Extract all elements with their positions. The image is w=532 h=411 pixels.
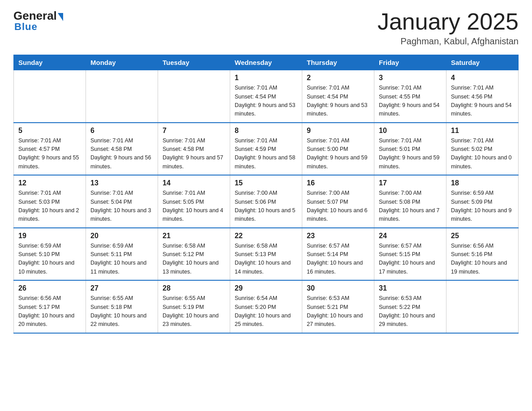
day-info: Sunrise: 7:01 AM Sunset: 4:54 PM Dayligh… [307,84,369,119]
day-number: 27 [90,284,153,292]
week-row-2: 5Sunrise: 7:01 AM Sunset: 4:57 PM Daylig… [14,123,519,176]
calendar-cell: 5Sunrise: 7:01 AM Sunset: 4:57 PM Daylig… [14,123,86,176]
day-number: 14 [163,179,225,187]
day-number: 1 [235,74,297,82]
day-info: Sunrise: 6:53 AM Sunset: 5:22 PM Dayligh… [379,294,442,329]
calendar-cell: 16Sunrise: 7:00 AM Sunset: 5:07 PM Dayli… [302,175,374,228]
day-number: 24 [379,232,442,240]
calendar-cell: 1Sunrise: 7:01 AM Sunset: 4:54 PM Daylig… [230,70,302,123]
day-number: 23 [307,232,369,240]
day-number: 18 [451,179,514,187]
day-number: 12 [18,179,81,187]
weekday-header-tuesday: Tuesday [158,55,230,70]
week-row-1: 1Sunrise: 7:01 AM Sunset: 4:54 PM Daylig… [14,70,519,123]
day-number: 13 [90,179,153,187]
week-row-3: 12Sunrise: 7:01 AM Sunset: 5:03 PM Dayli… [14,175,519,228]
day-info: Sunrise: 6:54 AM Sunset: 5:20 PM Dayligh… [235,294,297,329]
calendar-cell: 28Sunrise: 6:55 AM Sunset: 5:19 PM Dayli… [158,280,230,333]
day-info: Sunrise: 6:57 AM Sunset: 5:15 PM Dayligh… [379,242,442,277]
calendar-cell: 12Sunrise: 7:01 AM Sunset: 5:03 PM Dayli… [14,175,86,228]
calendar-cell: 20Sunrise: 6:59 AM Sunset: 5:11 PM Dayli… [86,228,158,281]
day-info: Sunrise: 7:01 AM Sunset: 5:01 PM Dayligh… [379,137,442,171]
day-info: Sunrise: 6:59 AM Sunset: 5:11 PM Dayligh… [90,242,153,277]
calendar-cell: 30Sunrise: 6:53 AM Sunset: 5:21 PM Dayli… [302,280,374,333]
calendar-cell: 8Sunrise: 7:01 AM Sunset: 4:59 PM Daylig… [230,123,302,176]
logo: General Blue [13,9,63,33]
week-row-4: 19Sunrise: 6:59 AM Sunset: 5:10 PM Dayli… [14,228,519,281]
calendar-cell: 2Sunrise: 7:01 AM Sunset: 4:54 PM Daylig… [302,70,374,123]
day-info: Sunrise: 6:59 AM Sunset: 5:10 PM Dayligh… [18,242,81,277]
logo-blue-text: Blue [13,21,38,33]
calendar-cell: 27Sunrise: 6:55 AM Sunset: 5:18 PM Dayli… [86,280,158,333]
calendar-cell: 26Sunrise: 6:56 AM Sunset: 5:17 PM Dayli… [14,280,86,333]
calendar-cell: 7Sunrise: 7:01 AM Sunset: 4:58 PM Daylig… [158,123,230,176]
day-number: 15 [235,179,297,187]
weekday-header-friday: Friday [374,55,446,70]
calendar-cell: 19Sunrise: 6:59 AM Sunset: 5:10 PM Dayli… [14,228,86,281]
day-info: Sunrise: 6:59 AM Sunset: 5:09 PM Dayligh… [451,189,514,224]
calendar-cell: 22Sunrise: 6:58 AM Sunset: 5:13 PM Dayli… [230,228,302,281]
day-info: Sunrise: 7:01 AM Sunset: 4:55 PM Dayligh… [379,84,442,119]
logo-triangle-icon [58,13,63,21]
calendar-cell: 25Sunrise: 6:56 AM Sunset: 5:16 PM Dayli… [446,228,519,281]
day-number: 5 [18,127,81,135]
day-number: 21 [163,232,225,240]
day-number: 22 [235,232,297,240]
day-info: Sunrise: 7:01 AM Sunset: 5:00 PM Dayligh… [307,137,369,171]
day-number: 11 [451,127,514,135]
day-number: 10 [379,127,442,135]
calendar-cell: 6Sunrise: 7:01 AM Sunset: 4:58 PM Daylig… [86,123,158,176]
day-info: Sunrise: 7:01 AM Sunset: 5:05 PM Dayligh… [163,189,225,224]
calendar-cell: 21Sunrise: 6:58 AM Sunset: 5:12 PM Dayli… [158,228,230,281]
month-title: January 2025 [378,9,519,34]
day-info: Sunrise: 6:55 AM Sunset: 5:18 PM Dayligh… [90,294,153,329]
day-info: Sunrise: 7:01 AM Sunset: 4:56 PM Dayligh… [451,84,514,119]
calendar-cell: 4Sunrise: 7:01 AM Sunset: 4:56 PM Daylig… [446,70,519,123]
day-info: Sunrise: 7:01 AM Sunset: 5:03 PM Dayligh… [18,189,81,224]
day-number: 6 [90,127,153,135]
day-number: 8 [235,127,297,135]
calendar-cell: 18Sunrise: 6:59 AM Sunset: 5:09 PM Dayli… [446,175,519,228]
weekday-header-row: SundayMondayTuesdayWednesdayThursdayFrid… [14,55,519,70]
day-info: Sunrise: 6:55 AM Sunset: 5:19 PM Dayligh… [163,294,225,329]
calendar-cell: 23Sunrise: 6:57 AM Sunset: 5:14 PM Dayli… [302,228,374,281]
calendar-cell: 3Sunrise: 7:01 AM Sunset: 4:55 PM Daylig… [374,70,446,123]
day-info: Sunrise: 6:58 AM Sunset: 5:13 PM Dayligh… [235,242,297,277]
day-number: 26 [18,284,81,292]
day-number: 28 [163,284,225,292]
day-number: 19 [18,232,81,240]
day-number: 30 [307,284,369,292]
title-block: January 2025 Paghman, Kabul, Afghanistan [378,9,519,47]
day-info: Sunrise: 7:00 AM Sunset: 5:08 PM Dayligh… [379,189,442,224]
day-number: 7 [163,127,225,135]
day-info: Sunrise: 7:01 AM Sunset: 4:54 PM Dayligh… [235,84,297,119]
calendar-cell: 29Sunrise: 6:54 AM Sunset: 5:20 PM Dayli… [230,280,302,333]
day-info: Sunrise: 7:00 AM Sunset: 5:07 PM Dayligh… [307,189,369,224]
day-info: Sunrise: 7:01 AM Sunset: 4:57 PM Dayligh… [18,137,81,171]
calendar-cell [86,70,158,123]
day-info: Sunrise: 7:01 AM Sunset: 4:58 PM Dayligh… [90,137,153,171]
day-info: Sunrise: 6:56 AM Sunset: 5:17 PM Dayligh… [18,294,81,329]
day-info: Sunrise: 7:00 AM Sunset: 5:06 PM Dayligh… [235,189,297,224]
calendar-cell: 17Sunrise: 7:00 AM Sunset: 5:08 PM Dayli… [374,175,446,228]
day-number: 29 [235,284,297,292]
weekday-header-wednesday: Wednesday [230,55,302,70]
day-info: Sunrise: 6:57 AM Sunset: 5:14 PM Dayligh… [307,242,369,277]
day-number: 25 [451,232,514,240]
weekday-header-saturday: Saturday [446,55,519,70]
day-number: 16 [307,179,369,187]
day-number: 20 [90,232,153,240]
day-number: 17 [379,179,442,187]
day-info: Sunrise: 7:01 AM Sunset: 4:59 PM Dayligh… [235,137,297,171]
day-info: Sunrise: 7:01 AM Sunset: 5:02 PM Dayligh… [451,137,514,171]
calendar-cell: 9Sunrise: 7:01 AM Sunset: 5:00 PM Daylig… [302,123,374,176]
calendar-cell: 15Sunrise: 7:00 AM Sunset: 5:06 PM Dayli… [230,175,302,228]
day-number: 9 [307,127,369,135]
day-number: 31 [379,284,442,292]
calendar-cell: 10Sunrise: 7:01 AM Sunset: 5:01 PM Dayli… [374,123,446,176]
day-number: 2 [307,74,369,82]
calendar-cell: 24Sunrise: 6:57 AM Sunset: 5:15 PM Dayli… [374,228,446,281]
calendar-cell: 31Sunrise: 6:53 AM Sunset: 5:22 PM Dayli… [374,280,446,333]
day-info: Sunrise: 7:01 AM Sunset: 4:58 PM Dayligh… [163,137,225,171]
day-number: 3 [379,74,442,82]
